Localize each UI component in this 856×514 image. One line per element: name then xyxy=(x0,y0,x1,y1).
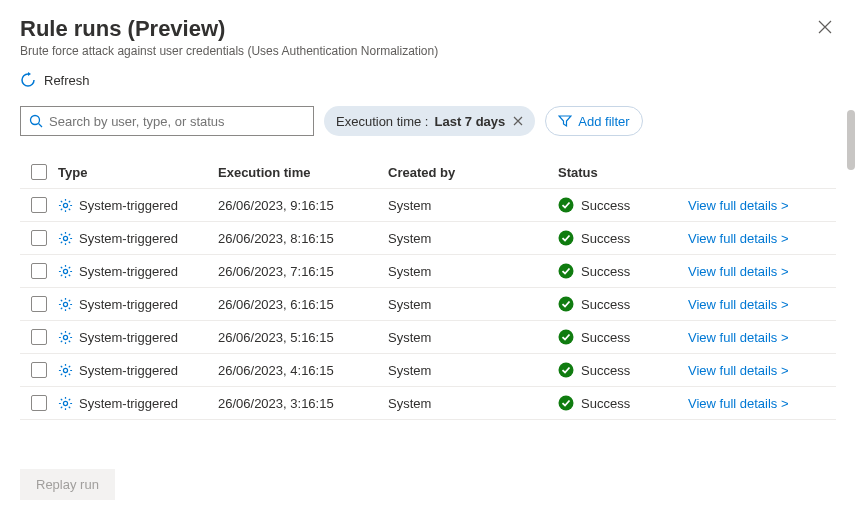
svg-point-13 xyxy=(559,363,574,378)
row-status: Success xyxy=(581,264,630,279)
row-created-by: System xyxy=(388,396,558,411)
svg-point-0 xyxy=(31,116,40,125)
view-details-link[interactable]: View full details > xyxy=(688,264,789,279)
col-created-by[interactable]: Created by xyxy=(388,165,558,180)
row-status: Success xyxy=(581,231,630,246)
gear-icon xyxy=(58,330,73,345)
row-type: System-triggered xyxy=(79,264,178,279)
add-filter-button[interactable]: Add filter xyxy=(545,106,642,136)
view-details-link[interactable]: View full details > xyxy=(688,330,789,345)
success-icon xyxy=(558,296,574,312)
row-status: Success xyxy=(581,198,630,213)
search-icon xyxy=(29,114,43,128)
table-row[interactable]: System-triggered26/06/2023, 5:16:15Syste… xyxy=(20,321,836,354)
filter-pill-time[interactable]: Execution time : Last 7 days xyxy=(324,106,535,136)
success-icon xyxy=(558,230,574,246)
row-time: 26/06/2023, 3:16:15 xyxy=(218,396,388,411)
table-header: Type Execution time Created by Status xyxy=(20,156,836,189)
row-created-by: System xyxy=(388,363,558,378)
svg-point-15 xyxy=(559,396,574,411)
success-icon xyxy=(558,263,574,279)
scrollbar[interactable] xyxy=(845,110,855,420)
row-status: Success xyxy=(581,363,630,378)
svg-point-5 xyxy=(559,231,574,246)
page-title: Rule runs (Preview) xyxy=(20,16,438,42)
row-time: 26/06/2023, 7:16:15 xyxy=(218,264,388,279)
row-time: 26/06/2023, 5:16:15 xyxy=(218,330,388,345)
refresh-icon xyxy=(20,72,36,88)
svg-point-8 xyxy=(63,302,67,306)
row-type: System-triggered xyxy=(79,231,178,246)
runs-table: Type Execution time Created by Status Sy… xyxy=(20,156,836,459)
table-row[interactable]: System-triggered26/06/2023, 3:16:15Syste… xyxy=(20,387,836,420)
row-status: Success xyxy=(581,396,630,411)
refresh-button[interactable]: Refresh xyxy=(20,72,836,88)
row-type: System-triggered xyxy=(79,297,178,312)
filter-remove-button[interactable] xyxy=(513,114,523,129)
row-status: Success xyxy=(581,330,630,345)
svg-point-3 xyxy=(559,198,574,213)
svg-point-2 xyxy=(63,203,67,207)
replay-run-button[interactable]: Replay run xyxy=(20,469,115,500)
filter-time-label: Execution time : xyxy=(336,114,429,129)
view-details-link[interactable]: View full details > xyxy=(688,231,789,246)
svg-point-4 xyxy=(63,236,67,240)
table-row[interactable]: System-triggered26/06/2023, 4:16:15Syste… xyxy=(20,354,836,387)
x-icon xyxy=(513,116,523,126)
gear-icon xyxy=(58,198,73,213)
success-icon xyxy=(558,197,574,213)
row-checkbox[interactable] xyxy=(31,197,47,213)
row-status: Success xyxy=(581,297,630,312)
gear-icon xyxy=(58,264,73,279)
svg-point-6 xyxy=(63,269,67,273)
row-created-by: System xyxy=(388,297,558,312)
svg-point-14 xyxy=(63,401,67,405)
table-row[interactable]: System-triggered26/06/2023, 6:16:15Syste… xyxy=(20,288,836,321)
row-checkbox[interactable] xyxy=(31,230,47,246)
row-checkbox[interactable] xyxy=(31,395,47,411)
close-icon xyxy=(818,20,832,34)
row-checkbox[interactable] xyxy=(31,362,47,378)
row-created-by: System xyxy=(388,231,558,246)
scroll-thumb[interactable] xyxy=(847,110,855,170)
table-row[interactable]: System-triggered26/06/2023, 9:16:15Syste… xyxy=(20,189,836,222)
success-icon xyxy=(558,329,574,345)
row-time: 26/06/2023, 6:16:15 xyxy=(218,297,388,312)
row-type: System-triggered xyxy=(79,330,178,345)
table-row[interactable]: System-triggered26/06/2023, 8:16:15Syste… xyxy=(20,222,836,255)
view-details-link[interactable]: View full details > xyxy=(688,396,789,411)
success-icon xyxy=(558,362,574,378)
svg-point-11 xyxy=(559,330,574,345)
table-row[interactable]: System-triggered26/06/2023, 7:16:15Syste… xyxy=(20,255,836,288)
refresh-label: Refresh xyxy=(44,73,90,88)
row-checkbox[interactable] xyxy=(31,329,47,345)
gear-icon xyxy=(58,297,73,312)
filter-icon xyxy=(558,114,572,128)
row-created-by: System xyxy=(388,264,558,279)
search-box[interactable] xyxy=(20,106,314,136)
view-details-link[interactable]: View full details > xyxy=(688,297,789,312)
search-input[interactable] xyxy=(49,114,305,129)
row-time: 26/06/2023, 9:16:15 xyxy=(218,198,388,213)
row-checkbox[interactable] xyxy=(31,296,47,312)
row-checkbox[interactable] xyxy=(31,263,47,279)
add-filter-label: Add filter xyxy=(578,114,629,129)
svg-point-12 xyxy=(63,368,67,372)
view-details-link[interactable]: View full details > xyxy=(688,198,789,213)
close-button[interactable] xyxy=(814,16,836,42)
gear-icon xyxy=(58,231,73,246)
filter-time-value: Last 7 days xyxy=(435,114,506,129)
svg-point-10 xyxy=(63,335,67,339)
page-subtitle: Brute force attack against user credenti… xyxy=(20,44,438,58)
view-details-link[interactable]: View full details > xyxy=(688,363,789,378)
col-type[interactable]: Type xyxy=(58,165,218,180)
gear-icon xyxy=(58,363,73,378)
select-all-checkbox[interactable] xyxy=(31,164,47,180)
row-type: System-triggered xyxy=(79,198,178,213)
col-status[interactable]: Status xyxy=(558,165,688,180)
row-type: System-triggered xyxy=(79,396,178,411)
col-execution-time[interactable]: Execution time xyxy=(218,165,388,180)
row-time: 26/06/2023, 8:16:15 xyxy=(218,231,388,246)
success-icon xyxy=(558,395,574,411)
svg-line-1 xyxy=(39,124,43,128)
